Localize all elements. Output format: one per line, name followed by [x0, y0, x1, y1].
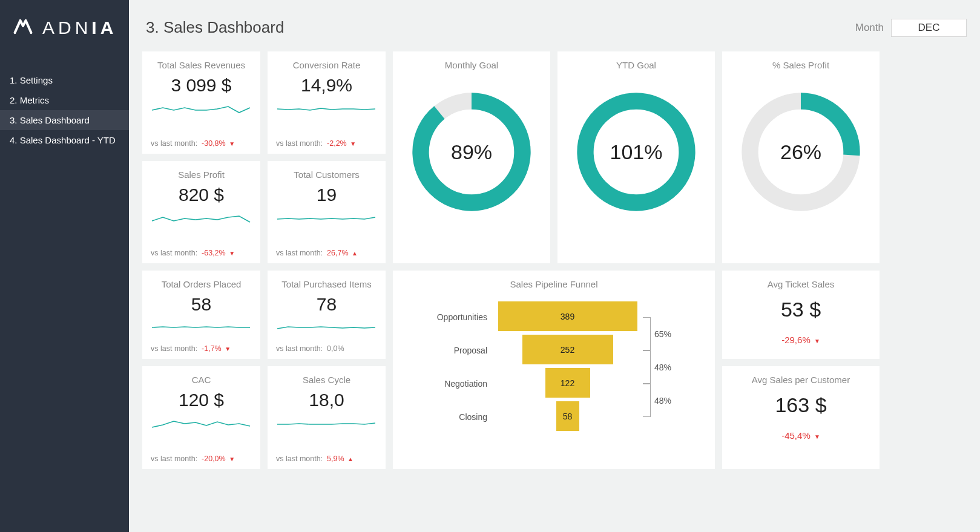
kpi-value: 19 [277, 185, 376, 205]
kpi-footer-prefix: vs last month: [276, 139, 323, 148]
kpi-delta: 26,7% ▲ [327, 249, 358, 257]
funnel-card: Sales Pipeline Funnel Opportunities 389 … [393, 271, 715, 469]
sparkline-icon [277, 102, 377, 117]
main-area: 3. Sales Dashboard Month Total Sales Rev… [129, 0, 980, 532]
month-picker: Month [855, 19, 967, 37]
dashboard-grid: Total Sales Revenues 3 099 $ vs last mon… [142, 51, 967, 469]
donut-percent: 26% [737, 88, 864, 215]
kpi-footer: vs last month: -1,7% ▼ [151, 344, 252, 353]
sidebar-item-settings[interactable]: 1. Settings [0, 70, 129, 90]
kpi-footer: vs last month: 0,0% [276, 344, 377, 353]
kpi-footer: vs last month: -2,2% ▼ [276, 139, 377, 148]
sparkline-icon [152, 102, 252, 117]
kpi-title: Avg Sales per Customer [732, 375, 870, 385]
funnel-value: 389 [561, 312, 574, 321]
funnel-bar: 58 [556, 401, 579, 433]
kpi-footer-prefix: vs last month: [151, 249, 197, 257]
brand-name: ADNIA [42, 18, 117, 38]
brand-logo: ADNIA [0, 16, 129, 70]
funnel-bar: 252 [522, 335, 613, 366]
kpi-card-avg-ticket-sales: Avg Ticket Sales 53 $ -29,6% ▼ [722, 271, 880, 359]
kpi-value: 120 $ [152, 390, 251, 410]
funnel-value: 252 [561, 345, 574, 355]
page-title: 3. Sales Dashboard [146, 18, 284, 37]
funnel-transition-pct: 65% [654, 329, 671, 339]
kpi-title: CAC [152, 375, 251, 385]
kpi-footer-prefix: vs last month: [151, 455, 197, 463]
sparkline-icon [277, 321, 377, 333]
sparkline-icon [152, 416, 252, 432]
kpi-value: 163 $ [732, 393, 870, 417]
kpi-card-total-purchased-items: Total Purchased Items 78 vs last month: … [268, 271, 386, 359]
trend-down-icon: ▼ [814, 433, 820, 440]
donut-title: % Sales Profit [772, 60, 829, 70]
brand-thin: ADN [42, 18, 91, 38]
funnel-stage-label: Proposal [403, 346, 493, 355]
month-label: Month [855, 22, 884, 34]
kpi-value: 3 099 $ [152, 75, 251, 96]
kpi-title: Total Orders Placed [152, 279, 251, 289]
kpi-footer: vs last month: 26,7% ▲ [276, 249, 377, 257]
trend-down-icon: ▼ [350, 140, 356, 147]
sidebar: ADNIA 1. Settings 2. Metrics 3. Sales Da… [0, 0, 129, 532]
kpi-value: 820 $ [152, 185, 251, 205]
donut-title: YTD Goal [616, 60, 656, 70]
sidebar-item-sales-dashboard-ytd[interactable]: 4. Sales Dashboard - YTD [0, 130, 129, 150]
kpi-value: 18,0 [277, 390, 376, 410]
trend-down-icon: ▼ [814, 338, 820, 344]
donut-chart: 101% [573, 88, 700, 215]
kpi-delta: -1,7% ▼ [202, 344, 231, 353]
kpi-title: Total Purchased Items [277, 279, 376, 289]
funnel-stage-label: Negotiation [403, 379, 493, 389]
kpi-footer: vs last month: -63,2% ▼ [151, 249, 252, 257]
sparkline-icon [277, 211, 377, 227]
kpi-card-total-customers: Total Customers 19 vs last month: 26,7% … [268, 161, 386, 263]
kpi-card-total-sales-revenues: Total Sales Revenues 3 099 $ vs last mon… [142, 51, 260, 154]
trend-up-icon: ▲ [347, 456, 354, 462]
kpi-delta: 0,0% [327, 344, 344, 353]
funnel-bar: 122 [545, 368, 590, 399]
sparkline-icon [152, 321, 252, 333]
funnel-stage-label: Closing [403, 412, 493, 422]
funnel-bar: 389 [498, 301, 637, 333]
sparkline-icon [277, 416, 377, 432]
kpi-footer-prefix: vs last month: [151, 139, 197, 148]
kpi-card-sales-profit: Sales Profit 820 $ vs last month: -63,2%… [142, 161, 260, 263]
trend-down-icon: ▼ [229, 456, 235, 462]
month-select[interactable] [891, 19, 967, 37]
funnel-value: 58 [563, 412, 573, 421]
donut-percent: 101% [573, 88, 700, 215]
funnel-row: Proposal 252 [403, 335, 705, 366]
kpi-card-total-orders-placed: Total Orders Placed 58 vs last month: -1… [142, 271, 260, 359]
kpi-title: Avg Ticket Sales [732, 279, 870, 289]
kpi-card-sales-cycle: Sales Cycle 18,0 vs last month: 5,9% ▲ [268, 366, 386, 469]
kpi-value: 78 [277, 294, 376, 315]
trend-down-icon: ▼ [229, 250, 235, 257]
sidebar-item-sales-dashboard[interactable]: 3. Sales Dashboard [0, 110, 129, 130]
funnel-stage-label: Opportunities [403, 312, 493, 322]
topbar: 3. Sales Dashboard Month [142, 18, 967, 37]
donut-title: Monthly Goal [445, 60, 498, 70]
sidebar-item-metrics[interactable]: 2. Metrics [0, 90, 129, 110]
kpi-card-cac: CAC 120 $ vs last month: -20,0% ▼ [142, 366, 260, 469]
kpi-title: Total Sales Revenues [152, 60, 251, 70]
kpi-delta: -30,8% ▼ [202, 139, 235, 148]
funnel-transition-bracket: 48% [643, 350, 651, 384]
kpi-footer-prefix: vs last month: [276, 249, 323, 257]
funnel-chart: Opportunities 389 Proposal 252 Negotiati… [403, 301, 705, 462]
kpi-footer-prefix: vs last month: [276, 455, 323, 463]
kpi-footer: vs last month: -30,8% ▼ [151, 139, 252, 148]
kpi-footer-prefix: vs last month: [276, 344, 323, 353]
kpi-card-conversion-rate: Conversion Rate 14,9% vs last month: -2,… [268, 51, 386, 154]
kpi-footer: vs last month: -20,0% ▼ [151, 455, 252, 463]
kpi-value: 53 $ [732, 298, 870, 321]
donut-chart: 89% [408, 88, 535, 215]
funnel-title: Sales Pipeline Funnel [403, 279, 705, 289]
donut-percent: 89% [408, 88, 535, 215]
funnel-value: 122 [561, 378, 574, 388]
funnel-row: Opportunities 389 [403, 301, 705, 333]
donut-card-sales-profit: % Sales Profit 26% [722, 51, 880, 263]
trend-up-icon: ▲ [352, 250, 358, 257]
kpi-value: 58 [152, 294, 251, 315]
kpi-delta: -45,4% ▼ [732, 430, 870, 441]
